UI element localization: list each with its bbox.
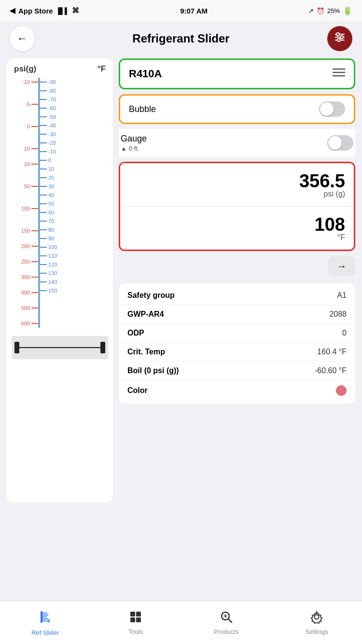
grid-icon [129,610,142,626]
boil-value: -60.60 °F [315,366,347,375]
svg-point-4 [340,36,343,39]
main-content: psi(g) °F -10 -5 0 10 20 5 [0,58,362,503]
status-carrier: ◀ App Store ▐▌▌ ⌘ [10,6,79,15]
location-icon: ↗ [308,7,314,14]
svg-line-20 [228,619,232,622]
odp-value: 0 [342,329,347,337]
status-battery: ↗ ⏰ 25% 🔋 [308,6,352,15]
back-arrow-icon: ◀ [10,6,15,15]
svg-rect-9 [41,611,42,623]
svg-point-5 [337,39,340,42]
gauge-label: Gauge [121,134,147,144]
info-row-gwp: GWP-AR4 2088 [119,305,355,324]
nav-item-products[interactable]: Products [181,601,272,644]
temp-header: °F [97,64,106,74]
color-key: Color [127,386,148,395]
right-panel: R410A Bubble Gauge ▲ 0 ft. [119,58,355,503]
refrigerant-selector[interactable]: R410A [119,58,355,89]
info-table: Safety group A1 GWP-AR4 2088 ODP 0 Crit.… [119,283,355,404]
crit-temp-value: 160.4 °F [317,348,347,356]
ref-slider-icon [38,609,53,627]
back-button[interactable]: ← [10,26,35,51]
bubble-toggle-row[interactable]: Bubble [119,94,355,124]
gauge-toggle[interactable] [327,135,353,151]
nav-item-settings[interactable]: Settings [272,601,362,644]
temperature-box: 108 °F [120,206,354,250]
alarm-icon: ⏰ [317,7,324,14]
svg-rect-18 [136,617,141,622]
gauge-toggle-label-group: Gauge ▲ 0 ft. [121,134,147,152]
color-dot [336,385,347,396]
nav-label-tools: Tools [128,628,143,635]
gauge-headers: psi(g) °F [12,64,108,74]
refrigerant-name: R410A [129,68,162,80]
bubble-label: Bubble [129,104,156,114]
mountain-icon: ▲ [121,145,127,152]
bubble-toggle[interactable] [319,101,345,117]
sliders-icon [334,31,346,46]
temperature-unit: °F [337,233,345,242]
pressure-header: psi(g) [14,64,36,74]
battery-icon: 🔋 [343,6,352,15]
nav-item-ref-slider[interactable]: Ref Slider [0,601,91,644]
svg-rect-17 [130,617,135,622]
signal-icon: ▐▌▌ [56,7,70,14]
blue-scale: -90 -80 -70 -60 -50 -40 -30 -20 -10 0 10… [40,78,67,328]
safety-group-key: Safety group [127,291,175,300]
value-display: 356.5 psi (g) 108 °F [119,162,355,251]
arrow-right-icon: → [337,261,347,272]
nav-label-settings: Settings [306,628,328,635]
back-arrow-icon: ← [17,32,28,45]
list-icon [333,68,345,80]
page-title: Refrigerant Slider [132,32,229,45]
pressure-box: 356.5 psi (g) [120,163,354,206]
search-icon [220,610,233,626]
svg-point-3 [336,33,339,36]
nav-label-ref-slider: Ref Slider [31,629,59,636]
settings-filter-button[interactable] [327,26,352,51]
bottom-nav: Ref Slider Tools Products [0,601,362,644]
gauge-toggle-thumb [328,136,342,150]
odp-key: ODP [127,329,144,337]
slider-indicator[interactable] [12,336,108,359]
gauge-panel: psi(g) °F -10 -5 0 10 20 5 [7,58,113,503]
safety-group-value: A1 [337,291,347,300]
status-bar: ◀ App Store ▐▌▌ ⌘ 9:07 AM ↗ ⏰ 25% 🔋 [0,0,362,21]
temperature-value: 108 [315,214,345,235]
crit-temp-key: Crit. Temp [127,348,165,356]
status-time: 9:07 AM [180,7,208,15]
svg-rect-16 [136,612,141,616]
gauge-sublabel: ▲ 0 ft. [121,145,147,152]
boil-key: Boil (0 psi (g)) [127,366,179,375]
pressure-value: 356.5 [299,171,345,192]
gwp-value: 2088 [329,310,347,319]
info-row-crit-temp: Crit. Temp 160.4 °F [119,343,355,362]
gear-icon [310,610,323,626]
gauge-scale[interactable]: -10 -5 0 10 20 50 100 150 [12,78,108,328]
info-row-boil: Boil (0 psi (g)) -60.60 °F [119,362,355,380]
convert-arrow-button[interactable]: → [328,256,355,277]
pressure-unit: psi (g) [324,190,345,198]
wifi-icon: ⌘ [72,6,79,15]
nav-item-tools[interactable]: Tools [91,601,181,644]
svg-rect-15 [130,612,135,616]
nav-label-products: Products [214,628,238,635]
bubble-toggle-thumb [320,102,334,116]
red-scale: -10 -5 0 10 20 50 100 150 [12,78,38,328]
gwp-key: GWP-AR4 [127,310,164,319]
app-header: ← Refrigerant Slider [0,21,362,58]
info-row-odp: ODP 0 [119,324,355,343]
svg-point-23 [315,615,319,619]
gauge-toggle-row[interactable]: Gauge ▲ 0 ft. [119,129,355,157]
arrow-button-container: → [119,256,355,277]
info-row-color: Color [119,380,355,401]
info-row-safety: Safety group A1 [119,286,355,305]
